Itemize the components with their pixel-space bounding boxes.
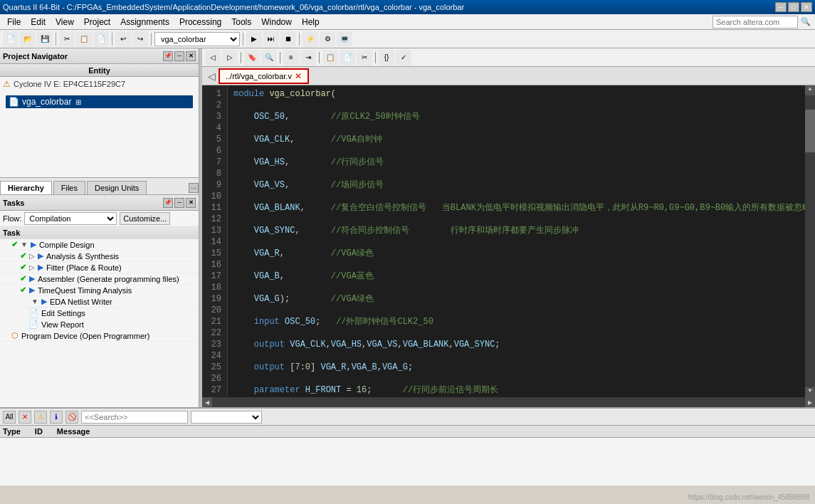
messages-search-input[interactable] (81, 411, 188, 424)
nav-back-button[interactable]: ◁ (205, 50, 221, 65)
task-eda-netlist[interactable]: ▼ ▶ EDA Netlist Writer (0, 296, 199, 308)
task-edit-settings[interactable]: 📄 Edit Settings (0, 308, 199, 319)
open-button[interactable]: 📂 (20, 31, 36, 47)
bookmark-button[interactable]: 🔖 (244, 50, 260, 65)
copy-button[interactable]: 📋 (76, 31, 92, 47)
format-button[interactable]: {} (379, 50, 394, 65)
tab-files[interactable]: Files (53, 181, 85, 194)
paste2-button[interactable]: 📄 (340, 50, 355, 65)
search-input[interactable] (713, 16, 798, 28)
messages-toolbar: All ✕ ⚠ ℹ 🚫 (0, 409, 815, 426)
menu-tools[interactable]: Tools (227, 16, 256, 28)
right-panel: ◁ ▷ 🔖 🔍 ≡ ⇥ 📋 📄 ✂ {} ✓ ◁ ../rtl/vga_colo… (202, 48, 815, 407)
task-label: Compile Design (39, 241, 95, 249)
warning-filter-button[interactable]: ⚠ (34, 411, 47, 424)
task-fitter[interactable]: ✔ ▷ ▶ Fitter (Place & Route) (0, 262, 199, 273)
scroll-left-button[interactable]: ◀ (202, 397, 212, 407)
nav-forward-button[interactable]: ▷ (222, 50, 238, 65)
editor-tab-vga[interactable]: ../rtl/vga_colorbar.v ✕ (219, 68, 309, 84)
task-analysis-synthesis[interactable]: ✔ ▷ ▶ Analysis & Synthesis (0, 251, 199, 262)
check-icon: ✔ (20, 285, 26, 295)
menu-view[interactable]: View (51, 16, 78, 28)
cut2-button[interactable]: ✂ (357, 50, 372, 65)
task-assembler[interactable]: ✔ ▶ Assembler (Generate programming file… (0, 273, 199, 285)
tasks-minimize-button[interactable]: ─ (174, 198, 184, 208)
expand-icon: ▼ (21, 241, 28, 248)
code-editor[interactable]: 12345 678910 1112131415 1617181920 21222… (202, 85, 815, 397)
tasks-close-button[interactable]: ✕ (186, 198, 196, 208)
col-message: Message (57, 427, 90, 436)
save-button[interactable]: 💾 (37, 31, 53, 47)
stop-button[interactable]: ⏹ (280, 31, 296, 47)
suppress-button[interactable]: 🚫 (65, 411, 78, 424)
programmer-button[interactable]: 💻 (337, 31, 352, 47)
file-icon: 📄 (28, 308, 38, 317)
menu-processing[interactable]: Processing (175, 16, 226, 28)
task-compile-design[interactable]: ✔ ▼ ▶ Compile Design (0, 239, 199, 251)
scroll-up-button[interactable]: ▲ (805, 85, 815, 95)
info-filter-button[interactable]: ℹ (50, 411, 63, 424)
entity-selected-item[interactable]: 📄 vga_colorbar ⊞ (6, 95, 193, 108)
search-button[interactable]: 🔍 (799, 17, 812, 26)
tasks-pin-button[interactable]: 📌 (163, 198, 173, 208)
error-filter-button[interactable]: ✕ (19, 411, 31, 424)
navigator-pin-button[interactable]: 📌 (163, 51, 173, 61)
left-panel: Project Navigator 📌 ─ ✕ Entity ⚠ Cyclone… (0, 48, 199, 407)
task-view-report[interactable]: 📄 View Report (0, 319, 199, 330)
analysis-button[interactable]: ⚡ (303, 31, 318, 47)
tab-prev-button[interactable]: ◁ (205, 70, 219, 82)
nav-extra-button[interactable]: ⋯ (189, 183, 199, 193)
menu-file[interactable]: File (3, 16, 25, 28)
entity-combo[interactable]: vga_colorbar (154, 32, 240, 46)
paste-button[interactable]: 📄 (93, 31, 109, 47)
task-icon: ▶ (29, 285, 35, 295)
task-icon: ▶ (31, 240, 36, 249)
window-controls: ─ □ ✕ (775, 2, 812, 12)
minimize-button[interactable]: ─ (775, 2, 787, 12)
task-icon: ▶ (38, 251, 43, 261)
scroll-down-button[interactable]: ▼ (805, 387, 815, 397)
scroll-thumb[interactable] (805, 110, 815, 152)
compile-button[interactable]: ▶ (246, 31, 262, 47)
task-icon: ▶ (29, 274, 35, 283)
menu-edit[interactable]: Edit (26, 16, 50, 28)
code-content[interactable]: module vga_colorbar( OSC_50, //原CLK2_50时… (228, 85, 805, 397)
new-button[interactable]: 📄 (3, 31, 19, 47)
task-program-device[interactable]: ⬡ Program Device (Open Programmer) (0, 330, 199, 342)
redo-button[interactable]: ↪ (132, 31, 148, 47)
menu-project[interactable]: Project (80, 16, 115, 28)
tab-design-units[interactable]: Design Units (87, 181, 147, 194)
undo-button[interactable]: ↩ (115, 31, 131, 47)
messages-header: Type ID Message (0, 426, 815, 438)
toggle-button[interactable]: ≡ (283, 50, 299, 65)
customize-button[interactable]: Customize... (120, 212, 170, 225)
entity-section: Entity ⚠ Cyclone IV E: EP4CE115F29C7 📄 v… (0, 64, 199, 178)
tab-close-button[interactable]: ✕ (295, 71, 302, 81)
check-syntax-button[interactable]: ✓ (396, 50, 411, 65)
messages-filter-combo[interactable] (191, 411, 262, 424)
maximize-button[interactable]: □ (788, 2, 799, 12)
indent-button[interactable]: ⇥ (300, 50, 316, 65)
bottom-scrollbar[interactable]: ◀ ▶ (202, 397, 815, 407)
menu-help[interactable]: Help (298, 16, 324, 28)
cut-button[interactable]: ✂ (59, 31, 75, 47)
menu-assignments[interactable]: Assignments (116, 16, 174, 28)
check-icon: ✔ (20, 251, 26, 261)
all-messages-button[interactable]: All (3, 411, 16, 424)
tab-hierarchy[interactable]: Hierarchy (0, 181, 52, 194)
find-button[interactable]: 🔍 (261, 50, 277, 65)
close-button[interactable]: ✕ (801, 2, 812, 12)
task-label: Analysis & Synthesis (46, 252, 119, 261)
scroll-right-button[interactable]: ▶ (805, 397, 815, 407)
tab-filename: ../rtl/vga_colorbar.v (226, 72, 292, 80)
menu-window[interactable]: Window (257, 16, 296, 28)
start-button[interactable]: ⏭ (263, 31, 279, 47)
task-timequest[interactable]: ✔ ▶ TimeQuest Timing Analysis (0, 285, 199, 296)
navigator-minimize-button[interactable]: ─ (174, 51, 184, 61)
flow-combo[interactable]: Compilation (24, 212, 117, 225)
copy2-button[interactable]: 📋 (322, 50, 338, 65)
right-scrollbar[interactable]: ▲ ▼ (805, 85, 815, 397)
task-label: View Report (41, 320, 84, 329)
navigator-close-button[interactable]: ✕ (186, 51, 196, 61)
fitter-button[interactable]: ⚙ (320, 31, 335, 47)
